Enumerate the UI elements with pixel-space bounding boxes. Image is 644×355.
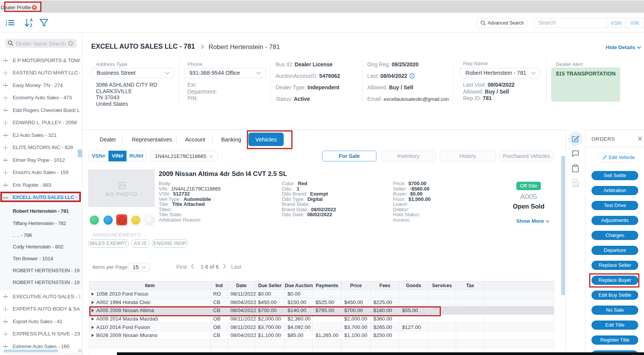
svg-text:A: A [30, 18, 33, 22]
svg-text:Z: Z [30, 23, 32, 28]
